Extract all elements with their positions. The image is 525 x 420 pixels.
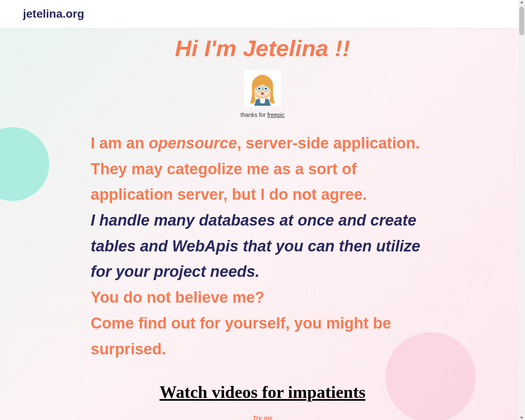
avatar-container — [0, 70, 525, 108]
intro-line-4: You do not believe me? — [91, 285, 434, 310]
scrollbar-vertical[interactable] — [518, 0, 525, 420]
intro-line1-prefix: I am an — [91, 135, 149, 152]
intro-text-block: I am an opensource, server-side applicat… — [51, 130, 474, 362]
video-section-heading[interactable]: Watch videos for impatients — [0, 382, 525, 402]
avatar-image — [244, 70, 281, 107]
intro-opensource-word: opensource — [149, 135, 237, 152]
attribution-link[interactable]: freepic — [267, 112, 285, 118]
attribution-text: thanks for freepic — [0, 112, 525, 118]
svg-point-7 — [259, 88, 260, 89]
site-title[interactable]: jetelina.org — [23, 7, 502, 21]
main-content: Hi I'm Jetelina !! — [0, 28, 525, 420]
attribution-prefix: thanks for — [240, 112, 267, 118]
svg-point-8 — [265, 88, 267, 89]
try-me-label: Try me — [0, 414, 525, 420]
intro-line-1: I am an opensource, server-side applicat… — [91, 130, 434, 156]
page-header: jetelina.org — [0, 0, 525, 28]
scrollbar-thumb[interactable] — [519, 7, 524, 35]
svg-point-12 — [261, 92, 264, 95]
scrollbar-up-icon[interactable] — [520, 1, 523, 3]
scrollbar-down-icon[interactable] — [520, 417, 523, 419]
hero-title: Hi I'm Jetelina !! — [0, 35, 525, 62]
intro-line-3-highlight: I handle many databases at once and crea… — [91, 208, 434, 285]
intro-line1-suffix: , server-side application. — [237, 135, 420, 152]
intro-line-2: They may categolize me as a sort of appl… — [91, 156, 434, 208]
try-me-section: Try me JetelinaV2 Download — [0, 414, 525, 420]
intro-line-5: Come find out for yourself, you might be… — [91, 310, 434, 362]
